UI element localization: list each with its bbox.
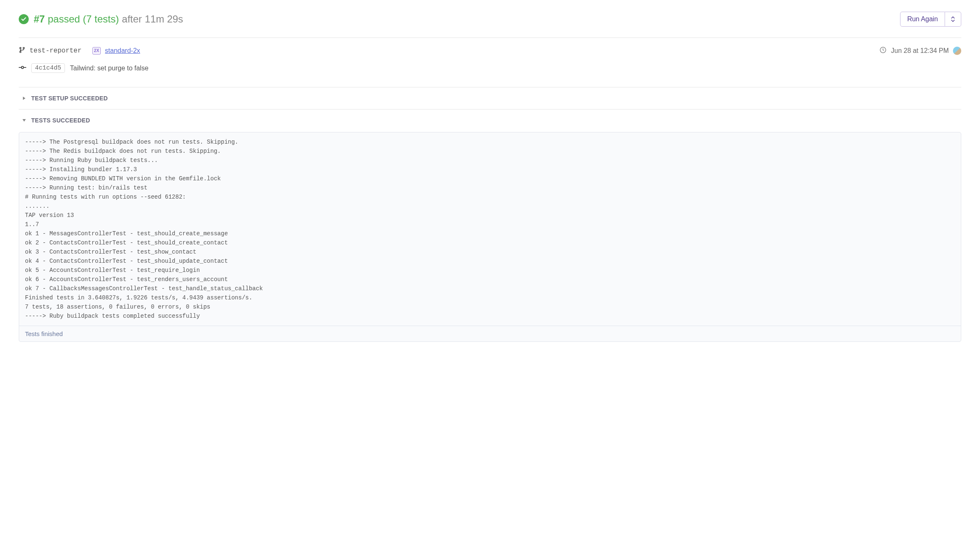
svg-point-1 <box>23 47 24 49</box>
svg-point-2 <box>20 51 21 52</box>
tests-title: TESTS SUCCEEDED <box>31 117 90 124</box>
run-again-button[interactable]: Run Again <box>900 12 945 27</box>
build-header: #7 passed (7 tests) after 11m 29s Run Ag… <box>19 12 961 27</box>
tests-count: (7 tests) <box>83 13 119 25</box>
commit-hash[interactable]: 4c1c4d5 <box>31 63 65 73</box>
run-options-dropdown[interactable] <box>945 12 961 27</box>
build-number: #7 <box>34 13 45 25</box>
test-setup-title: TEST SETUP SUCCEEDED <box>31 95 108 102</box>
dyno-type-link[interactable]: standard-2x <box>105 47 140 55</box>
timestamp: Jun 28 at 12:34 PM <box>891 47 949 55</box>
test-setup-section: TEST SETUP SUCCEEDED <box>19 87 961 109</box>
log-output[interactable]: -----> The Postgresql buildpack does not… <box>19 132 961 326</box>
svg-point-0 <box>20 47 21 49</box>
test-setup-toggle[interactable]: TEST SETUP SUCCEEDED <box>19 87 961 109</box>
duration-prefix: after <box>122 13 142 25</box>
caret-down-icon <box>22 118 26 122</box>
branch-icon <box>19 46 25 55</box>
log-footer: Tests finished <box>19 326 961 341</box>
dyno-badge: 2X <box>92 47 101 55</box>
svg-marker-7 <box>23 97 25 100</box>
clock-icon <box>879 46 887 55</box>
branch-name: test-reporter <box>30 47 82 55</box>
commit-message: Tailwind: set purge to false <box>70 65 149 72</box>
status-text: passed <box>48 13 80 25</box>
duration: 11m 29s <box>145 13 183 25</box>
status-success-icon <box>19 14 29 24</box>
commit-icon <box>19 65 26 72</box>
svg-point-4 <box>21 66 23 68</box>
tests-toggle[interactable]: TESTS SUCCEEDED <box>19 110 961 131</box>
caret-right-icon <box>22 96 26 100</box>
commit-row: 4c1c4d5 Tailwind: set purge to false <box>19 63 961 73</box>
avatar[interactable] <box>953 47 961 55</box>
svg-marker-8 <box>22 119 26 122</box>
branch-meta-row: test-reporter 2X standard-2x Jun 28 at 1… <box>19 46 961 55</box>
log-panel: -----> The Postgresql buildpack does not… <box>19 132 961 342</box>
tests-section: TESTS SUCCEEDED -----> The Postgresql bu… <box>19 109 961 342</box>
